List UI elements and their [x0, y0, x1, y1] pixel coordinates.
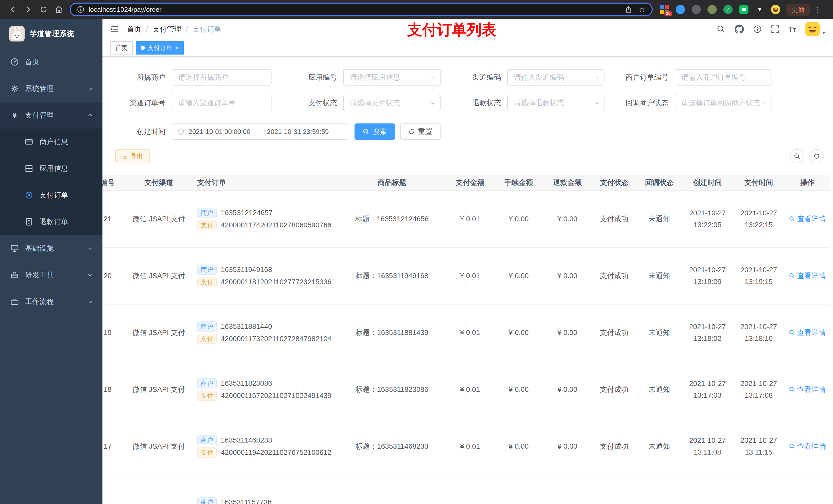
logo: 芋道管理系统 — [0, 19, 102, 49]
cell-notify-status: 未通知 — [637, 418, 682, 475]
export-button[interactable]: 导出 — [115, 149, 149, 163]
sidebar-toggle-icon[interactable] — [110, 25, 119, 34]
sidebar-item-pay-order[interactable]: 支付订单 — [0, 182, 102, 209]
forward-icon[interactable] — [21, 2, 36, 17]
sidebar-item-merchant-info[interactable]: 商户信息 — [0, 128, 102, 155]
cell-order: 商户 1635311823086 支付 42000011672021102710… — [190, 361, 338, 418]
tab-pay-order[interactable]: 支付订单 × — [136, 41, 184, 54]
merchant-order-no: 1635311949168 — [221, 266, 272, 274]
share-icon[interactable] — [625, 6, 633, 13]
user-avatar[interactable]: ▼ — [805, 22, 826, 37]
cell-actions: 查看详情 — [784, 418, 830, 475]
pay-order-no: 4200001174202110278060590766 — [221, 221, 331, 229]
view-details-link[interactable]: 查看详情 — [789, 271, 826, 281]
field-label: 渠道订单号 — [102, 98, 172, 108]
extension-pin-icon[interactable] — [755, 5, 764, 14]
browser-menu-icon[interactable]: ⋮ — [814, 5, 822, 14]
cell-notify-status: 未通知 — [637, 361, 682, 418]
merchant-order-no: 1635312124657 — [221, 209, 272, 217]
sidebar-item-label: 支付管理 — [25, 111, 54, 120]
caret-down-icon: ▼ — [822, 31, 826, 37]
home-icon[interactable] — [51, 2, 67, 17]
breadcrumb-home[interactable]: 首页 — [127, 24, 141, 34]
cell-create-time — [682, 475, 733, 504]
extension-colorful-icon[interactable]: 10 — [660, 5, 669, 14]
extension-olive-icon[interactable] — [708, 5, 717, 14]
search-icon[interactable] — [717, 25, 725, 33]
sidebar-item-label: 基础设施 — [25, 243, 54, 253]
sidebar-item-dev-tools[interactable]: 研发工具 — [0, 262, 102, 288]
cell-title: 标题：1635311468233 — [338, 418, 446, 475]
cell-channel: 微信 JSAPI 支付 — [128, 191, 190, 247]
notify-status-select[interactable]: 请选择订单回调商户状态 — [675, 95, 772, 111]
merchant-order-no: 1635311881440 — [221, 322, 272, 331]
view-details-link[interactable]: 查看详情 — [789, 328, 826, 338]
screen: localhost:1024/pay/order ☆ 10 ✓ 更新 ⋮ — [0, 0, 833, 504]
cell-actions — [784, 475, 830, 504]
sidebar-item-system[interactable]: 系统管理 — [0, 75, 102, 102]
cell-fee-amount: ¥ 0.00 — [494, 191, 543, 247]
create-time-range-input[interactable]: 2021-10-01 00:00:00 - 2021-10-31 23:59:5… — [172, 123, 348, 140]
extension-blue-icon[interactable] — [676, 5, 685, 14]
toolbox-icon — [10, 271, 19, 280]
reload-icon[interactable] — [36, 2, 51, 17]
bookmark-star-icon[interactable]: ☆ — [639, 6, 645, 13]
font-size-icon[interactable]: TT — [788, 25, 796, 33]
search-button[interactable]: 搜索 — [355, 123, 395, 140]
field-label: 所属商户 — [102, 72, 172, 82]
extension-emoji-icon[interactable] — [771, 5, 780, 14]
clock-icon — [177, 128, 185, 135]
extension-chat-icon[interactable] — [739, 5, 748, 14]
col-pay-amount: 支付金额 — [446, 175, 494, 191]
sidebar-item-refund-order[interactable]: 退款订单 — [0, 209, 102, 235]
back-icon[interactable] — [5, 2, 21, 17]
close-icon[interactable]: × — [175, 45, 178, 51]
cell-pay-amount: ¥ 0.01 — [446, 191, 494, 247]
cell-order: 商户 1635311468233 支付 42000011942021102767… — [190, 418, 338, 475]
filter-row-3: 创建时间 2021-10-01 00:00:00 - 2021-10-31 23… — [102, 123, 833, 140]
reset-button[interactable]: 重置 — [400, 123, 441, 140]
col-actions: 操作 — [784, 175, 830, 191]
extension-gray-icon[interactable] — [692, 5, 701, 14]
sidebar-item-label: 支付订单 — [40, 190, 68, 200]
merchant-input[interactable] — [172, 69, 271, 86]
channel-order-no-input[interactable] — [172, 95, 271, 111]
sidebar-item-workflow[interactable]: 工作流程 — [0, 288, 102, 315]
tab-home[interactable]: 首页 — [110, 41, 133, 54]
refresh-button[interactable] — [809, 149, 824, 163]
col-id: 编号 — [102, 175, 128, 191]
github-icon[interactable] — [735, 25, 744, 34]
pay-status-select[interactable]: 请选择支付状态 — [343, 95, 441, 111]
merchant-order-no-input[interactable] — [675, 69, 772, 86]
sidebar-item-app-info[interactable]: 应用信息 — [0, 155, 102, 182]
help-icon[interactable]: ? — [753, 25, 762, 33]
url-bar[interactable]: localhost:1024/pay/order ☆ — [70, 3, 653, 16]
browser-update-button[interactable]: 更新 — [786, 4, 810, 16]
site-info-icon[interactable] — [77, 6, 85, 13]
sidebar: 芋道管理系统 首页 系统管理 ¥ 支付管理 商户信息 — [0, 19, 102, 504]
yen-icon: ¥ — [10, 111, 19, 120]
navbar: 首页 / 支付管理 / 支付订单 支付订单列表 ? TT ▼ — [102, 19, 833, 40]
app-select[interactable]: 请选择应用信息 — [343, 69, 441, 86]
cell-refund-amount: ¥ 0.00 — [543, 304, 592, 361]
sidebar-item-payment[interactable]: ¥ 支付管理 — [0, 102, 102, 128]
breadcrumb-payment[interactable]: 支付管理 — [153, 24, 181, 34]
pay-order-no: 4200001167202110271022491439 — [221, 391, 331, 400]
tags-view: 首页 支付订单 × — [102, 40, 833, 57]
view-details-link[interactable]: 查看详情 — [789, 385, 826, 394]
cell-notify-status: 未通知 — [637, 247, 682, 304]
view-details-link[interactable]: 查看详情 — [789, 441, 826, 451]
cell-title: 标题：1635311823086 — [338, 361, 446, 418]
cell-create-time: 2021-10-2713:22:05 — [682, 191, 733, 247]
view-details-link[interactable]: 查看详情 — [789, 214, 826, 224]
fullscreen-icon[interactable] — [771, 25, 779, 33]
extension-green-icon[interactable]: ✓ — [723, 5, 733, 14]
sidebar-item-infrastructure[interactable]: 基础设施 — [0, 235, 102, 262]
toggle-search-button[interactable] — [790, 149, 804, 163]
refund-status-select[interactable]: 请选择退款状态 — [507, 95, 604, 111]
cell-title: 标题：1635312124656 — [338, 191, 446, 247]
channel-code-select[interactable]: 请输入渠道编码 — [507, 69, 604, 86]
filter-row-1: 所属商户 应用编号 请选择应用信息 渠道编码 请输入渠道编码 — [102, 69, 833, 86]
cell-refund-amount — [543, 475, 592, 504]
sidebar-item-home[interactable]: 首页 — [0, 49, 102, 75]
